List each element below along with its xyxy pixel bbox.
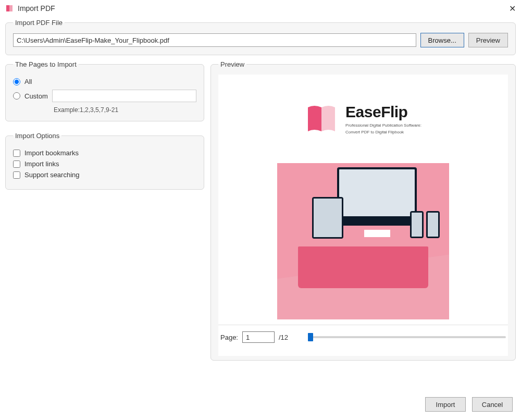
phone-illustration	[426, 211, 440, 238]
cancel-button[interactable]: Cancel	[472, 397, 513, 412]
preview-button[interactable]: Preview	[468, 33, 508, 47]
import-options-group: Import Options Import bookmarks Import l…	[5, 132, 204, 190]
tablet-illustration	[312, 197, 343, 239]
custom-pages-input[interactable]	[52, 90, 196, 102]
window-title: Import PDF	[18, 4, 55, 13]
all-pages-label: All	[24, 78, 32, 85]
all-pages-radio[interactable]	[13, 78, 20, 85]
import-bookmarks-checkbox[interactable]	[13, 150, 20, 157]
custom-pages-example: Example:1,2,3,5,7,9-21	[54, 106, 196, 114]
page-slider[interactable]	[308, 336, 506, 338]
pages-to-import-group: The Pages to Import All Custom Example:1…	[5, 60, 204, 121]
close-icon[interactable]: ✕	[509, 4, 516, 14]
preview-page-image: EaseFlip Professional Digital Publicatio…	[277, 75, 449, 319]
monitor-illustration	[337, 167, 417, 226]
options-legend: Import Options	[13, 132, 61, 140]
file-path-input[interactable]	[13, 33, 416, 47]
pages-legend: The Pages to Import	[13, 60, 79, 68]
app-icon	[5, 4, 14, 13]
support-searching-checkbox[interactable]	[13, 171, 20, 179]
page-number-input[interactable]	[242, 331, 275, 343]
page-total: /12	[279, 333, 288, 341]
brand-tagline-1: Professional Digital Publication Softwar…	[345, 123, 421, 128]
custom-pages-label: Custom	[24, 92, 48, 100]
brand-tagline-2: Convert PDF to Digital Flipbook	[345, 130, 421, 134]
brand-name: EaseFlip	[345, 103, 421, 121]
phone-illustration	[410, 211, 424, 238]
import-button[interactable]: Import	[425, 397, 466, 412]
custom-pages-radio[interactable]	[13, 92, 20, 100]
book-logo-icon	[305, 102, 338, 135]
import-file-group: Import PDF File Browse... Preview	[5, 19, 516, 55]
import-links-checkbox[interactable]	[13, 160, 20, 168]
preview-legend: Preview	[218, 60, 246, 68]
import-bookmarks-label: Import bookmarks	[24, 149, 79, 157]
page-label: Page:	[220, 333, 238, 341]
browse-button[interactable]: Browse...	[420, 33, 464, 47]
preview-group: Preview EaseFlip Professional Digital Pu…	[210, 60, 516, 361]
import-links-label: Import links	[24, 160, 59, 168]
support-searching-label: Support searching	[24, 171, 80, 179]
title-bar: Import PDF ✕	[0, 0, 521, 17]
import-file-legend: Import PDF File	[13, 19, 65, 27]
